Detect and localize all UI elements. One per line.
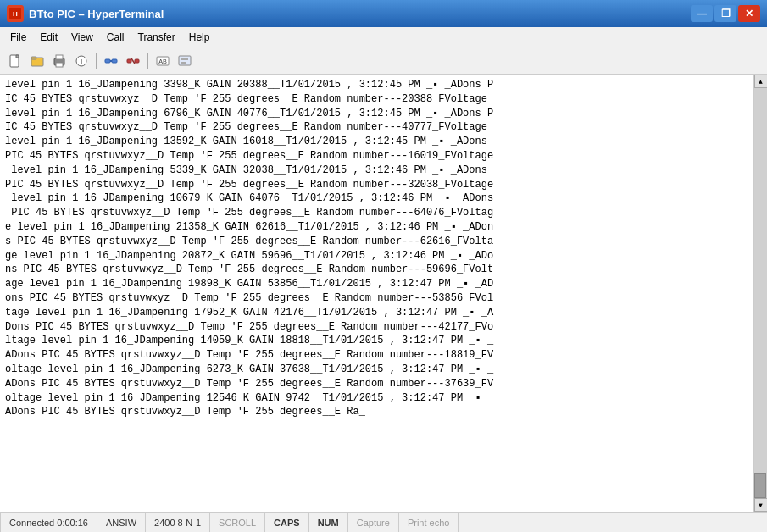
scrollbar-thumb[interactable]: [754, 473, 766, 498]
status-baud: 2400 8-N-1: [146, 513, 210, 532]
status-scroll[interactable]: SCROLL: [210, 513, 265, 532]
toolbar-print-button[interactable]: [49, 51, 69, 71]
window-title: BTto PIC – HyperTerminal: [29, 8, 164, 20]
toolbar-separator-1: [96, 53, 97, 69]
toolbar-open-button[interactable]: [27, 51, 47, 71]
menu-bar: File Edit View Call Transfer Help: [0, 27, 767, 47]
status-encoding: ANSIW: [97, 513, 146, 532]
status-connected: Connected 0:00:16: [0, 513, 97, 532]
title-bar: H BTto PIC – HyperTerminal — ❐ ✕: [0, 0, 767, 27]
status-bar: Connected 0:00:16 ANSIW 2400 8-N-1 SCROL…: [0, 512, 767, 532]
svg-line-15: [131, 58, 135, 64]
svg-text:AB: AB: [158, 58, 167, 65]
scrollbar-track[interactable]: [754, 88, 767, 498]
toolbar: i AB: [0, 47, 767, 75]
scrollbar[interactable]: ▲ ▼: [753, 75, 767, 512]
scrollbar-up-arrow[interactable]: ▲: [754, 75, 768, 88]
svg-rect-18: [179, 56, 191, 65]
title-bar-controls: — ❐ ✕: [691, 5, 760, 22]
menu-view[interactable]: View: [64, 27, 100, 47]
svg-rect-10: [105, 59, 110, 63]
title-bar-left: H BTto PIC – HyperTerminal: [7, 5, 164, 22]
status-print-echo[interactable]: Print echo: [399, 513, 459, 532]
status-capture[interactable]: Capture: [348, 513, 399, 532]
svg-rect-19: [181, 58, 188, 60]
menu-edit[interactable]: Edit: [33, 27, 64, 47]
svg-rect-4: [31, 57, 36, 59]
minimize-button[interactable]: —: [691, 5, 713, 22]
menu-call[interactable]: Call: [100, 27, 131, 47]
toolbar-send-button[interactable]: AB: [153, 51, 173, 71]
svg-rect-6: [56, 55, 63, 59]
toolbar-properties-button[interactable]: i: [71, 51, 92, 71]
maximize-button[interactable]: ❐: [714, 5, 736, 22]
toolbar-separator-2: [147, 53, 148, 69]
close-button[interactable]: ✕: [738, 5, 760, 22]
menu-file[interactable]: File: [3, 27, 33, 47]
scrollbar-down-arrow[interactable]: ▼: [754, 498, 768, 512]
toolbar-connect-button[interactable]: [101, 51, 121, 71]
status-caps[interactable]: CAPS: [265, 513, 309, 532]
status-num[interactable]: NUM: [309, 513, 348, 532]
svg-text:i: i: [81, 57, 82, 66]
svg-rect-7: [56, 63, 63, 67]
terminal-wrapper: level pin 1 16_JDampening 3398_K GAIN 20…: [0, 75, 767, 512]
app-icon: H: [7, 5, 24, 22]
menu-transfer[interactable]: Transfer: [131, 27, 182, 47]
svg-rect-11: [112, 59, 117, 63]
svg-rect-14: [135, 59, 139, 63]
menu-help[interactable]: Help: [182, 27, 217, 47]
toolbar-capture-button[interactable]: [175, 51, 195, 71]
svg-rect-13: [127, 59, 131, 63]
terminal-output[interactable]: level pin 1 16_JDampening 3398_K GAIN 20…: [0, 75, 753, 512]
svg-text:H: H: [13, 10, 18, 18]
toolbar-new-button[interactable]: [5, 51, 25, 71]
svg-rect-20: [181, 62, 186, 64]
toolbar-disconnect-button[interactable]: [123, 51, 143, 71]
